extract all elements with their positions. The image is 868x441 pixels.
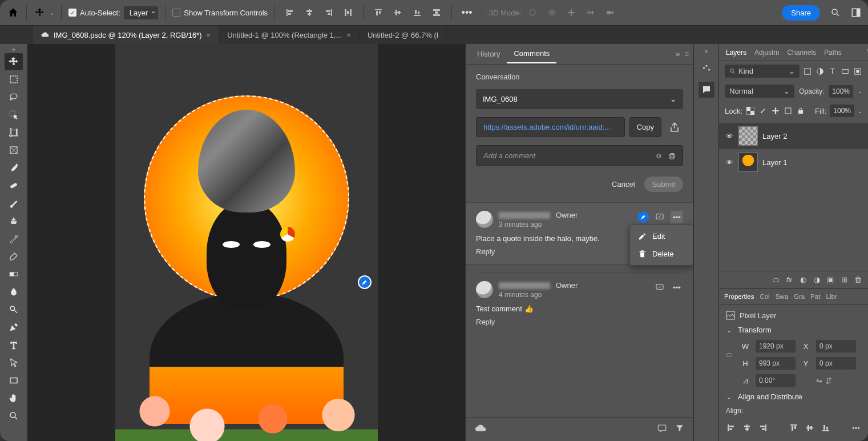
link-wh-icon[interactable]: ⬭ bbox=[726, 350, 735, 359]
hand-tool[interactable] bbox=[5, 390, 23, 407]
align-left-icon[interactable] bbox=[726, 423, 736, 433]
doc-tab-3[interactable]: Untitled-2 @ 66.7% (I bbox=[360, 26, 447, 44]
tab-properties[interactable]: Properties bbox=[721, 290, 757, 303]
transform-section[interactable]: Transform bbox=[726, 326, 861, 334]
flip-vertical-icon[interactable]: ⇵ bbox=[826, 376, 832, 385]
conversation-select[interactable]: IMG_0608 ⌄ bbox=[476, 89, 683, 109]
history-brush-tool[interactable] bbox=[5, 230, 23, 247]
align-hcenter-icon[interactable] bbox=[742, 423, 752, 433]
show-transform-checkbox[interactable] bbox=[172, 9, 180, 17]
canvas[interactable] bbox=[115, 44, 378, 441]
x-value[interactable]: 0 px bbox=[816, 340, 856, 352]
cloud-status-icon[interactable] bbox=[475, 423, 486, 436]
filter-shape-icon[interactable] bbox=[841, 67, 850, 76]
distribute-horizontal-icon[interactable] bbox=[340, 5, 356, 21]
tab-libraries[interactable]: Libr bbox=[823, 290, 840, 303]
align-right-icon[interactable] bbox=[758, 423, 768, 433]
lock-artboard-icon[interactable] bbox=[784, 106, 793, 115]
crop-tool[interactable] bbox=[5, 124, 23, 141]
dock-adjust-icon[interactable] bbox=[699, 60, 714, 76]
layer-mask-icon[interactable]: ◐ bbox=[798, 275, 808, 284]
path-selection-tool[interactable] bbox=[5, 354, 23, 371]
layer-thumbnail[interactable] bbox=[738, 153, 758, 172]
close-icon[interactable]: × bbox=[207, 31, 211, 39]
more-icon[interactable]: ••• bbox=[671, 281, 683, 294]
copy-button[interactable]: Copy bbox=[629, 117, 661, 137]
type-tool[interactable] bbox=[5, 336, 23, 354]
tab-patterns[interactable]: Pat bbox=[808, 290, 823, 303]
panel-menu-icon[interactable]: ≡ bbox=[684, 50, 689, 58]
align-bottom-icon[interactable] bbox=[821, 423, 831, 433]
resolve-icon[interactable] bbox=[653, 281, 666, 294]
rectangle-tool[interactable] bbox=[5, 372, 23, 389]
healing-brush-tool[interactable] bbox=[5, 177, 23, 194]
gradient-tool[interactable] bbox=[5, 266, 23, 283]
tab-gradients[interactable]: Gra bbox=[791, 290, 808, 303]
filter-icon[interactable] bbox=[675, 423, 684, 435]
brush-tool[interactable] bbox=[5, 195, 23, 212]
link-layers-icon[interactable]: ⬭ bbox=[771, 275, 780, 284]
close-icon[interactable]: × bbox=[346, 31, 351, 39]
tab-paths[interactable]: Paths bbox=[821, 45, 845, 60]
lock-position-icon[interactable] bbox=[771, 106, 780, 115]
delete-action[interactable]: Delete bbox=[630, 245, 693, 263]
lock-all-icon[interactable] bbox=[796, 106, 805, 115]
doc-tab-1[interactable]: IMG_0608.psdc @ 120% (Layer 2, RGB/16*) … bbox=[33, 26, 219, 44]
zoom-tool[interactable] bbox=[5, 407, 23, 424]
more-options-icon[interactable]: ••• bbox=[459, 5, 475, 21]
fill-value[interactable]: 100% bbox=[830, 105, 854, 117]
lock-image-icon[interactable] bbox=[758, 106, 768, 115]
align-section[interactable]: Align and Distribute bbox=[726, 392, 861, 401]
cancel-button[interactable]: Cancel bbox=[612, 180, 635, 189]
align-bottom-edges-icon[interactable] bbox=[409, 5, 425, 21]
filter-pixel-icon[interactable] bbox=[803, 67, 812, 76]
more-icon[interactable]: ••• bbox=[671, 211, 683, 223]
collapse-icon[interactable]: » bbox=[676, 50, 680, 58]
emoji-icon[interactable]: ☺ bbox=[655, 151, 663, 160]
align-top-edges-icon[interactable] bbox=[370, 5, 386, 21]
layer-row[interactable]: 👁 Layer 1 bbox=[719, 149, 868, 175]
angle-value[interactable]: 0.00° bbox=[756, 374, 796, 387]
frame-tool[interactable] bbox=[5, 142, 23, 159]
lasso-tool[interactable] bbox=[5, 89, 23, 106]
blend-mode-select[interactable]: Normal ⌄ bbox=[725, 85, 794, 98]
group-icon[interactable]: ▣ bbox=[826, 275, 835, 284]
tab-comments[interactable]: Comments bbox=[507, 45, 556, 63]
workspace-icon[interactable] bbox=[851, 7, 861, 18]
mention-icon[interactable]: @ bbox=[668, 151, 676, 160]
align-top-icon[interactable] bbox=[789, 423, 799, 433]
filter-adjustment-icon[interactable] bbox=[815, 67, 825, 76]
edit-action[interactable]: Edit bbox=[630, 227, 693, 245]
tab-swatches[interactable]: Swa bbox=[773, 290, 791, 303]
reply-button[interactable]: Reply bbox=[476, 318, 683, 326]
lock-transparency-icon[interactable] bbox=[746, 106, 755, 115]
share-icon[interactable] bbox=[666, 119, 683, 136]
tab-adjustments[interactable]: Adjustm bbox=[751, 45, 782, 60]
object-selection-tool[interactable] bbox=[5, 106, 23, 123]
auto-select-checkbox[interactable]: ✓ bbox=[68, 9, 76, 17]
visibility-icon[interactable]: 👁 bbox=[725, 132, 734, 141]
pen-tool[interactable] bbox=[5, 319, 23, 336]
width-value[interactable]: 1920 px bbox=[756, 340, 796, 352]
auto-select-dropdown[interactable]: Layer bbox=[124, 6, 159, 19]
comment-mode-icon[interactable] bbox=[657, 423, 667, 435]
y-value[interactable]: 0 px bbox=[816, 357, 856, 370]
layer-thumbnail[interactable] bbox=[738, 126, 758, 146]
layer-style-icon[interactable]: fx bbox=[785, 275, 794, 284]
align-horizontal-centers-icon[interactable] bbox=[301, 5, 317, 21]
align-right-edges-icon[interactable] bbox=[321, 5, 337, 21]
move-tool-icon[interactable] bbox=[34, 6, 46, 19]
visibility-icon[interactable]: 👁 bbox=[725, 158, 734, 167]
tab-history[interactable]: History bbox=[470, 45, 507, 63]
tab-color[interactable]: Col bbox=[757, 290, 772, 303]
adjustment-layer-icon[interactable]: ◑ bbox=[812, 275, 821, 284]
share-link[interactable]: https://assets.adobe.com/id/urn:aaid:... bbox=[476, 117, 625, 137]
filter-type-icon[interactable]: T bbox=[828, 67, 837, 76]
search-icon[interactable] bbox=[830, 7, 841, 18]
move-tool[interactable] bbox=[5, 53, 23, 70]
home-icon[interactable] bbox=[7, 6, 19, 19]
clone-stamp-tool[interactable] bbox=[5, 213, 23, 230]
align-left-edges-icon[interactable] bbox=[282, 5, 298, 21]
tab-channels[interactable]: Channels bbox=[784, 45, 819, 60]
blur-tool[interactable] bbox=[5, 283, 23, 300]
